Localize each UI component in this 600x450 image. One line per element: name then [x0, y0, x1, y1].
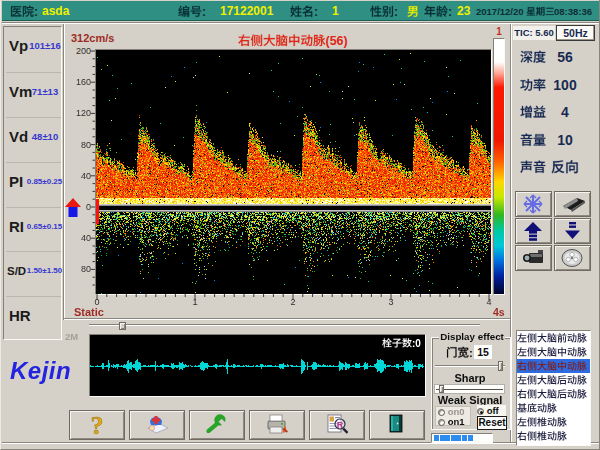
side-button-film-reel[interactable] [554, 245, 591, 271]
probe-frequency-label: 2M [65, 331, 83, 342]
measurement-cell-sd[interactable]: S/D1.50±1.50 [6, 251, 61, 296]
sharp-slider[interactable] [434, 384, 505, 394]
y-tick-label: 40 [72, 171, 91, 181]
patient-age-label: 年龄:: [424, 4, 452, 19]
patient-age-value: 23 [457, 4, 470, 19]
measurement-cell-ri[interactable]: RI0.65±0.15 [6, 207, 61, 251]
svg-text:(56): (56) [325, 34, 347, 48]
wedge-icon [560, 193, 586, 215]
arrow-up-icon [521, 220, 547, 242]
artery-list-item-1[interactable]: 左侧大脑中动脉 [517, 345, 590, 359]
radio-off[interactable]: off [477, 405, 506, 416]
artery-list-item-7[interactable]: 右侧椎动脉 [517, 429, 590, 443]
artery-list-item-6[interactable]: 左侧椎动脉 [517, 415, 590, 429]
film-reel-icon [560, 247, 586, 269]
sweep-status-label: Static [74, 306, 114, 319]
sweep-speed-button[interactable]: 50Hz [556, 25, 595, 41]
tcd-console-window: 医院:: asda 编号:: 17122001 姓名:: 1 性别:: 男 年龄… [0, 0, 600, 450]
side-button-camera[interactable] [515, 245, 552, 271]
measurement-label: Vd [9, 128, 28, 146]
x-tick-label: 1 [190, 297, 200, 307]
measurement-cell-vd[interactable]: Vd48±10 [6, 117, 61, 162]
patient-name-value: 1 [332, 4, 339, 19]
help-icon: ? [84, 412, 110, 436]
time-label: 08:38:36 [554, 4, 592, 19]
arrow-down-icon [560, 220, 586, 242]
toolbar-button-exit[interactable] [369, 410, 425, 440]
svg-text::: : [469, 347, 473, 359]
emboli-strip-chart: 栓子数:0:0 [89, 334, 425, 396]
measurement-label: PI [9, 173, 23, 191]
y-tick-label: 80 [72, 264, 91, 274]
side-button-snowflake[interactable] [515, 191, 552, 217]
measurement-value: 0.85±0.25 [26, 176, 63, 188]
measurement-value [28, 310, 62, 322]
meter-segment [445, 435, 450, 441]
tic-value-label: TIC: 5.60 [513, 26, 555, 40]
toolbar-button-help[interactable]: ? [69, 410, 125, 440]
artery-list: 左侧大脑前动脉左侧大脑中动脉右侧大脑中动脉左侧大脑后动脉右侧大脑后动脉基底动脉左… [516, 330, 591, 446]
strip-scrollbar[interactable] [89, 322, 480, 328]
x-tick-label: 2 [288, 297, 298, 307]
strip-scrollbar-thumb[interactable] [119, 322, 126, 330]
artery-list-item-4[interactable]: 右侧大脑后动脉 [517, 387, 590, 401]
svg-text:?: ? [91, 412, 104, 436]
measurement-cell-hr[interactable]: HR [6, 296, 61, 341]
param-value-3: 10 [543, 132, 587, 148]
gate-width-slider[interactable] [435, 361, 505, 371]
patient-id-label: 编号:: [178, 4, 206, 19]
meter-segment [456, 435, 461, 441]
measurement-label: Vp [9, 37, 28, 55]
artery-list-item-5[interactable]: 基底动脉 [517, 401, 590, 415]
measurement-cell-vm[interactable]: Vm71±13 [6, 72, 61, 117]
print-icon [264, 412, 290, 436]
measurement-label: RI [9, 218, 24, 236]
x-tick-label: 3 [386, 297, 396, 307]
patient-sex-value: 男 [407, 4, 419, 19]
patient-record-icon [144, 412, 170, 436]
radio-on1[interactable]: on1 [438, 417, 465, 427]
display-effect-title: Display effect [439, 331, 505, 343]
measurement-label: S/D [7, 262, 26, 280]
side-button-arrow-up[interactable] [515, 218, 552, 244]
artery-list-item-3[interactable]: 左侧大脑后动脉 [517, 373, 590, 387]
weak-signal-radio-group: on0 on1 [435, 406, 471, 426]
sharp-label: Sharp [435, 372, 505, 384]
side-button-wedge[interactable] [554, 191, 591, 217]
measurement-value: 101±16 [28, 40, 62, 52]
setup-wrench-icon [204, 412, 230, 436]
svg-text::: : [314, 5, 318, 19]
side-button-arrow-down[interactable] [554, 218, 591, 244]
toolbar-button-report-review[interactable]: R [309, 410, 365, 440]
gate-width-slider-thumb[interactable] [498, 361, 503, 371]
measurement-cell-vp[interactable]: Vp101±16 [6, 27, 61, 72]
measurement-value: 0.65±0.15 [26, 221, 63, 233]
artery-list-item-2[interactable]: 右侧大脑中动脉 [517, 359, 590, 373]
measurement-value: 48±10 [28, 131, 62, 143]
svg-text::: : [448, 5, 452, 19]
artery-list-item-0[interactable]: 左侧大脑前动脉 [517, 331, 590, 345]
svg-text:2017/12/20: 2017/12/20 [476, 6, 526, 17]
param-value-2: 4 [543, 104, 587, 120]
patient-info-bar: 医院:: asda 编号:: 17122001 姓名:: 1 性别:: 男 年龄… [2, 1, 600, 21]
svg-text::0: :0 [412, 338, 421, 349]
baseline-marker-arrow[interactable] [65, 198, 81, 218]
svg-text::: : [34, 5, 38, 19]
snowflake-icon [521, 193, 547, 215]
reset-button[interactable]: Reset [477, 416, 507, 430]
svg-text:R: R [337, 419, 344, 429]
meter-segment [462, 435, 467, 441]
sharp-slider-thumb[interactable] [439, 385, 444, 393]
y-tick-label: 40 [72, 233, 91, 243]
toolbar-button-print[interactable] [249, 410, 305, 440]
gate-width-label: 门宽:: [446, 346, 473, 359]
toolbar-button-setup-wrench[interactable] [189, 410, 245, 440]
brand-logo: Kejin [10, 356, 90, 386]
toolbar-button-patient-record[interactable] [129, 410, 185, 440]
intensity-colorbar [493, 38, 505, 295]
param-value-1: 100 [543, 77, 587, 93]
y-tick-label: 120 [72, 108, 91, 118]
patient-id-value: 17122001 [220, 4, 273, 19]
measurement-cell-pi[interactable]: PI0.85±0.25 [6, 162, 61, 207]
camera-icon [521, 247, 547, 269]
